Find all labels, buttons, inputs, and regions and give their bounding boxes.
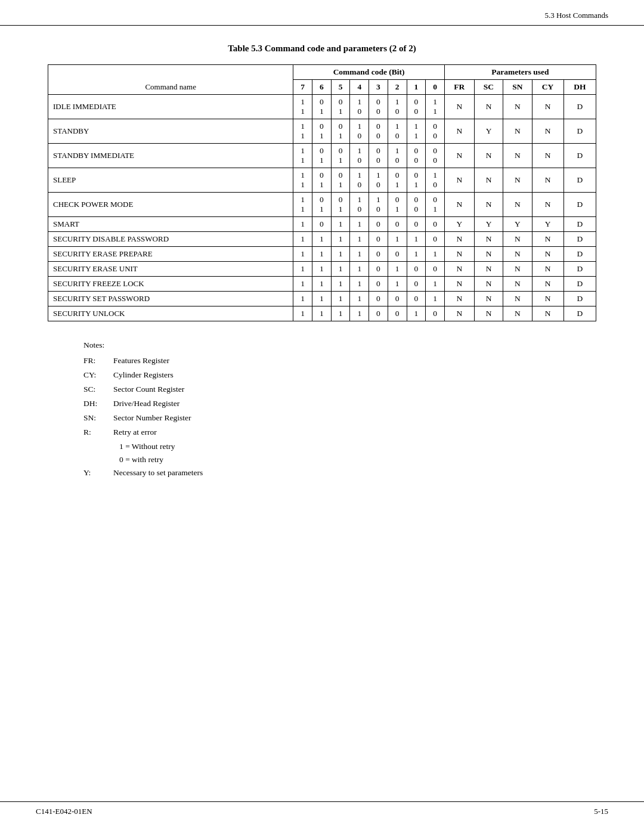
cell-bit: 0 xyxy=(407,292,426,306)
cell-bit: 1 xyxy=(293,247,312,262)
cell-param: D xyxy=(564,217,596,232)
cell-cmd-name: SECURITY ERASE PREPARE xyxy=(48,247,293,262)
header-title: 5.3 Host Commands xyxy=(544,11,608,20)
col-group-params: Parameters used xyxy=(444,65,596,80)
cell-bit: 1 xyxy=(312,232,332,247)
cell-bit: 11 xyxy=(293,95,312,119)
cell-bit: 0 xyxy=(369,306,388,321)
cell-bit: 01 xyxy=(331,144,350,168)
cell-bit: 0 xyxy=(369,232,388,247)
cell-bit: 01 xyxy=(312,119,332,144)
cell-param: N xyxy=(503,247,532,262)
cell-param: N xyxy=(532,247,564,262)
cell-bit: 1 xyxy=(293,277,312,292)
cell-bit: 01 xyxy=(312,95,332,119)
note-label: SN: xyxy=(83,413,113,423)
cell-param: D xyxy=(564,95,596,119)
note-label: R: xyxy=(83,428,113,437)
cell-bit: 1 xyxy=(331,247,350,262)
note-text: Sector Number Register xyxy=(113,413,191,423)
cell-bit: 1 xyxy=(350,217,369,232)
cell-bit: 1 xyxy=(293,232,312,247)
note-item: FR:Features Register xyxy=(83,356,596,366)
cell-param: N xyxy=(444,119,474,144)
command-table: Command name Command code (Bit) Paramete… xyxy=(48,64,596,321)
cell-param: N xyxy=(444,262,474,277)
note-sub-item: 0 = with retry xyxy=(83,455,596,465)
cell-bit: 01 xyxy=(407,168,426,193)
cell-bit: 1 xyxy=(350,247,369,262)
cell-bit: 0 xyxy=(407,262,426,277)
bit-col-4: 4 xyxy=(350,80,369,95)
cell-param: D xyxy=(564,247,596,262)
col-group-code: Command code (Bit) xyxy=(293,65,445,80)
cell-param: N xyxy=(532,292,564,306)
bit-col-0: 0 xyxy=(426,80,445,95)
cell-bit: 1 xyxy=(312,306,332,321)
cell-cmd-name: SECURITY DISABLE PASSWORD xyxy=(48,232,293,247)
cell-bit: 10 xyxy=(426,168,445,193)
cell-param: N xyxy=(503,168,532,193)
cell-param: N xyxy=(474,95,503,119)
bit-col-1: 1 xyxy=(407,80,426,95)
footer-left: C141-E042-01EN xyxy=(36,807,92,816)
cell-bit: 1 xyxy=(407,247,426,262)
cell-param: N xyxy=(474,232,503,247)
table-row: CHECK POWER MODE1101011010010001NNNND xyxy=(48,193,596,217)
cell-param: D xyxy=(564,292,596,306)
cell-bit: 1 xyxy=(331,217,350,232)
cell-bit: 01 xyxy=(312,193,332,217)
note-text: Drive/Head Register xyxy=(113,399,179,408)
table-caption: Table 5.3 Command code and parameters (2… xyxy=(48,44,596,54)
note-item: SN:Sector Number Register xyxy=(83,413,596,423)
cell-bit: 00 xyxy=(426,119,445,144)
note-label: FR: xyxy=(83,356,113,366)
cell-bit: 0 xyxy=(369,217,388,232)
cell-bit: 00 xyxy=(426,144,445,168)
cell-bit: 11 xyxy=(426,95,445,119)
cell-bit: 0 xyxy=(388,292,407,306)
cell-bit: 0 xyxy=(407,217,426,232)
cell-param: Y xyxy=(444,217,474,232)
cell-param: N xyxy=(444,247,474,262)
cell-bit: 10 xyxy=(369,168,388,193)
table-row: IDLE IMMEDIATE1101011000100011NNNND xyxy=(48,95,596,119)
cell-param: N xyxy=(444,95,474,119)
cell-bit: 01 xyxy=(312,144,332,168)
cell-bit: 01 xyxy=(331,95,350,119)
cell-bit: 00 xyxy=(369,95,388,119)
cell-param: D xyxy=(564,193,596,217)
cell-cmd-name: SECURITY UNLOCK xyxy=(48,306,293,321)
cell-bit: 11 xyxy=(293,119,312,144)
cell-bit: 00 xyxy=(407,193,426,217)
cell-bit: 0 xyxy=(426,232,445,247)
page-footer: C141-E042-01EN 5-15 xyxy=(0,801,644,821)
cell-bit: 1 xyxy=(312,277,332,292)
cell-param: N xyxy=(532,232,564,247)
cell-param: N xyxy=(532,119,564,144)
param-col-SN: SN xyxy=(503,80,532,95)
table-row: SECURITY UNLOCK11110010NNNND xyxy=(48,306,596,321)
note-item: DH:Drive/Head Register xyxy=(83,399,596,408)
cell-param: D xyxy=(564,277,596,292)
cell-bit: 1 xyxy=(331,277,350,292)
note-item: CY:Cylinder Registers xyxy=(83,370,596,380)
cell-param: N xyxy=(444,193,474,217)
cell-bit: 1 xyxy=(293,306,312,321)
cell-param: N xyxy=(503,95,532,119)
cell-bit: 1 xyxy=(312,262,332,277)
table-row: SECURITY ERASE PREPARE11110011NNNND xyxy=(48,247,596,262)
cell-bit: 1 xyxy=(350,262,369,277)
cell-bit: 1 xyxy=(350,306,369,321)
cell-param: Y xyxy=(532,217,564,232)
cell-param: N xyxy=(444,292,474,306)
cell-cmd-name: CHECK POWER MODE xyxy=(48,193,293,217)
note-item-last: Y:Necessary to set parameters xyxy=(83,468,596,478)
footer-right: 5-15 xyxy=(594,807,608,816)
cell-bit: 10 xyxy=(388,119,407,144)
cell-cmd-name: SLEEP xyxy=(48,168,293,193)
cell-param: N xyxy=(532,306,564,321)
note-text: Sector Count Register xyxy=(113,385,184,394)
table-row: STANDBY1101011000101100NYNND xyxy=(48,119,596,144)
cell-bit: 11 xyxy=(293,144,312,168)
